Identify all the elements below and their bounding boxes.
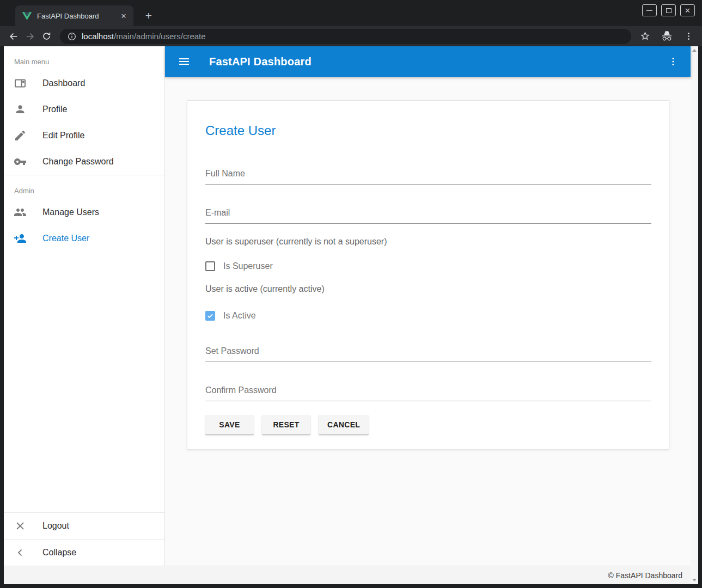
vertical-scrollbar[interactable] [691,46,698,584]
vue-logo-icon [22,12,32,20]
cancel-button[interactable]: CANCEL [319,415,369,434]
key-icon [14,155,27,168]
browser-menu-button[interactable] [680,28,697,45]
sidebar-item-change-password[interactable]: Change Password [4,149,164,175]
page-footer: © FastAPI Dashboard [4,566,691,584]
sidebar-item-label: Profile [42,105,67,114]
sidebar: Main menu Dashboard Profile [4,46,165,566]
content-area: Create User User is superuser (currently… [165,77,691,566]
bookmark-star-button[interactable] [637,28,653,45]
close-window-button[interactable]: ✕ [680,4,695,16]
maximize-icon [666,8,672,13]
person-icon [14,103,27,116]
full-name-field[interactable] [205,169,651,185]
sidebar-item-edit-profile[interactable]: Edit Profile [4,122,164,149]
reload-button[interactable] [38,28,54,45]
tab-title: FastAPI Dashboard [37,12,118,20]
maximize-button[interactable] [661,4,676,16]
form-buttons: SAVE RESET CANCEL [205,415,651,434]
close-icon: ✕ [685,7,691,14]
copyright-text: © FastAPI Dashboard [608,571,682,580]
scrollbar-up-icon[interactable] [692,49,697,52]
page-viewport: Main menu Dashboard Profile [4,46,698,584]
tab-close-icon[interactable]: ✕ [118,10,129,21]
chevron-left-icon [14,546,27,559]
url-path: /main/admin/users/create [114,32,205,41]
set-password-field[interactable] [205,346,651,362]
sidebar-item-collapse[interactable]: Collapse [4,540,164,566]
save-button[interactable]: SAVE [205,415,254,434]
email-field[interactable] [205,208,651,224]
appbar-menu-button[interactable] [667,55,680,68]
check-icon [206,312,214,320]
superuser-checkbox-row: Is Superuser [205,261,651,271]
active-hint: User is active (currently active) [205,284,651,294]
page-title: Create User [205,123,651,138]
sidebar-section-label-main-menu: Main menu [4,46,164,70]
sidebar-item-dashboard[interactable]: Dashboard [4,70,164,96]
sidebar-item-create-user[interactable]: Create User [4,225,164,252]
minimize-button[interactable] [642,4,657,16]
toolbar-right-icons [637,28,697,45]
sidebar-item-label: Logout [42,521,69,531]
group-icon [14,206,27,219]
superuser-hint: User is superuser (currently is not a su… [205,237,651,247]
url-text: localhost/main/admin/users/create [82,32,206,41]
sidebar-item-label: Collapse [42,548,76,558]
back-button[interactable] [5,28,22,45]
sidebar-item-profile[interactable]: Profile [4,96,164,122]
kebab-menu-icon [668,56,679,67]
browser-window: FastAPI Dashboard ✕ + ✕ localhost/main/a… [0,0,702,588]
forward-button[interactable] [22,28,38,45]
is-active-label: Is Active [223,311,256,321]
scrollbar-down-icon[interactable] [692,579,697,581]
browser-toolbar: localhost/main/admin/users/create [0,26,702,46]
star-icon [640,31,650,41]
active-checkbox-row: Is Active [205,311,651,321]
sidebar-item-logout[interactable]: Logout [4,513,164,539]
dashboard-icon [14,77,27,90]
sidebar-item-label: Change Password [42,157,114,167]
confirm-password-field[interactable] [205,385,651,401]
hamburger-icon [178,55,191,68]
app-bar: FastAPI Dashboard [165,46,691,77]
incognito-icon [661,30,673,42]
new-tab-button[interactable]: + [141,8,156,23]
appbar-title: FastAPI Dashboard [209,56,312,68]
url-host: localhost [82,32,114,41]
browser-tab[interactable]: FastAPI Dashboard ✕ [15,5,133,26]
hamburger-menu-button[interactable] [178,55,191,68]
back-arrow-icon [8,31,19,42]
page-info-icon[interactable] [67,32,77,41]
is-active-checkbox[interactable] [205,311,215,321]
sidebar-section-label-admin: Admin [4,175,164,199]
kebab-menu-icon [683,31,694,41]
sidebar-item-label: Manage Users [42,207,99,217]
sidebar-item-label: Dashboard [42,78,85,88]
reload-icon [41,31,52,41]
page-body: Main menu Dashboard Profile [4,46,691,566]
is-superuser-label: Is Superuser [223,261,273,271]
sidebar-spacer [4,252,164,512]
minimize-icon [646,10,652,11]
sidebar-item-manage-users[interactable]: Manage Users [4,199,164,225]
forward-arrow-icon [25,31,35,42]
sidebar-item-label: Edit Profile [42,131,84,140]
sidebar-item-label: Create User [42,234,89,243]
incognito-indicator [658,28,675,45]
person-add-icon [14,232,27,245]
create-user-card: Create User User is superuser (currently… [187,100,669,450]
address-bar[interactable]: localhost/main/admin/users/create [60,29,631,44]
window-controls: ✕ [642,4,695,16]
main-area: FastAPI Dashboard Create User User is su… [165,46,691,566]
reset-button[interactable]: RESET [262,415,310,434]
is-superuser-checkbox[interactable] [205,261,215,271]
edit-pencil-icon [14,129,27,142]
tab-strip: FastAPI Dashboard ✕ + ✕ [0,0,702,26]
close-x-icon [14,519,27,532]
